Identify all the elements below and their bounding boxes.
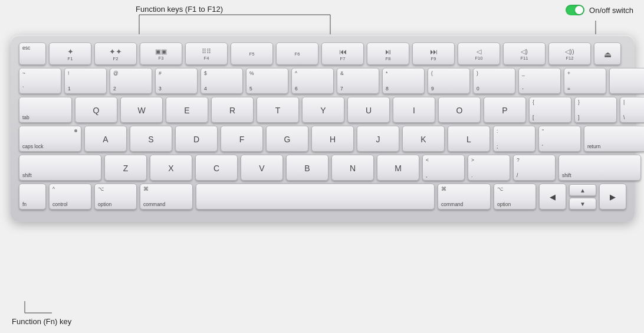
key-equals[interactable]: + = xyxy=(564,68,606,94)
fn-key-label: Function (Fn) key xyxy=(12,317,71,326)
key-5[interactable]: % 5 xyxy=(246,68,288,94)
key-o[interactable]: O xyxy=(438,97,481,123)
key-return[interactable]: return xyxy=(584,126,644,152)
key-t[interactable]: T xyxy=(257,97,299,123)
key-esc[interactable]: esc xyxy=(19,43,46,65)
key-e[interactable]: E xyxy=(166,97,208,123)
key-arrow-up[interactable]: ▲ xyxy=(569,184,596,196)
onoff-switch[interactable] xyxy=(566,5,584,15)
key-m[interactable]: M xyxy=(377,155,419,181)
key-n[interactable]: N xyxy=(331,155,374,181)
key-0[interactable]: ) 0 xyxy=(473,68,515,94)
key-z[interactable]: Z xyxy=(104,155,147,181)
key-f3[interactable]: ▣▣ F3 xyxy=(140,43,182,65)
key-quote[interactable]: " ' xyxy=(538,126,581,152)
row-qwerty: tab Q W E R T Y U I O P { [ } ] | \ xyxy=(19,97,626,123)
key-6[interactable]: ^ 6 xyxy=(291,68,334,94)
function-keys-label: Function keys (F1 to F12) xyxy=(136,5,223,14)
key-c[interactable]: C xyxy=(195,155,238,181)
row-asdf: caps lock A S D F G H J K L : ; " ' retu… xyxy=(19,126,626,152)
key-open-bracket[interactable]: { [ xyxy=(529,97,571,123)
key-a[interactable]: A xyxy=(84,126,127,152)
key-backslash[interactable]: | \ xyxy=(620,97,644,123)
key-arrow-down[interactable]: ▼ xyxy=(569,198,596,210)
key-f5[interactable]: F5 xyxy=(231,43,273,65)
key-4[interactable]: $ 4 xyxy=(201,68,243,94)
key-7[interactable]: & 7 xyxy=(337,68,379,94)
key-f11[interactable]: ◁) F11 xyxy=(503,43,546,65)
key-f[interactable]: F xyxy=(221,126,263,152)
key-semicolon[interactable]: : ; xyxy=(493,126,535,152)
row-bottom: fn ^ control ⌥ option ⌘ command ⌘ comman… xyxy=(19,184,626,210)
key-tab[interactable]: tab xyxy=(19,97,72,123)
key-f4[interactable]: ⠿⠿ F4 xyxy=(185,43,228,65)
arrow-up-down: ▲ ▼ xyxy=(569,184,596,210)
key-r[interactable]: R xyxy=(211,97,254,123)
key-f6[interactable]: F6 xyxy=(276,43,318,65)
key-h[interactable]: H xyxy=(311,126,354,152)
key-option-left[interactable]: ⌥ option xyxy=(94,184,137,210)
row-numbers: ~ ` ! 1 @ 2 # 3 $ 4 % 5 ^ 6 & 7 xyxy=(19,68,626,94)
key-s[interactable]: S xyxy=(130,126,172,152)
key-tilde[interactable]: ~ ` xyxy=(19,68,61,94)
key-i[interactable]: I xyxy=(393,97,435,123)
key-v[interactable]: V xyxy=(241,155,283,181)
key-f7[interactable]: ⏮ F7 xyxy=(321,43,364,65)
key-arrow-left[interactable]: ◀ xyxy=(539,184,566,210)
key-shift-left[interactable]: shift xyxy=(19,155,101,181)
key-command-left[interactable]: ⌘ command xyxy=(140,184,193,210)
key-shift-right[interactable]: shift xyxy=(558,155,641,181)
key-f2[interactable]: ✦✦ F2 xyxy=(94,43,137,65)
key-x[interactable]: X xyxy=(150,155,192,181)
key-f12[interactable]: ◁)) F12 xyxy=(548,43,591,65)
key-u[interactable]: U xyxy=(347,97,390,123)
key-fn[interactable]: fn xyxy=(19,184,46,210)
key-command-right[interactable]: ⌘ command xyxy=(438,184,491,210)
key-close-bracket[interactable]: } ] xyxy=(574,97,617,123)
key-control[interactable]: ^ control xyxy=(49,184,91,210)
key-comma[interactable]: < , xyxy=(422,155,465,181)
key-w[interactable]: W xyxy=(120,97,163,123)
key-3[interactable]: # 3 xyxy=(155,68,198,94)
key-slash[interactable]: ? / xyxy=(513,155,556,181)
key-eject[interactable]: ⏏ xyxy=(594,43,621,65)
switch-thumb xyxy=(575,6,583,14)
key-space[interactable] xyxy=(196,184,435,210)
row-zxcv: shift Z X C V B N M < , > . ? / shift xyxy=(19,155,626,181)
key-9[interactable]: ( 9 xyxy=(428,68,470,94)
key-f1[interactable]: ✦ F1 xyxy=(49,43,91,65)
key-f8[interactable]: ⏯ F8 xyxy=(367,43,409,65)
key-option-right[interactable]: ⌥ option xyxy=(494,184,536,210)
key-p[interactable]: P xyxy=(484,97,526,123)
key-minus[interactable]: _ - xyxy=(518,68,561,94)
key-1[interactable]: ! 1 xyxy=(64,68,107,94)
onoff-label-area: On/off switch xyxy=(566,5,633,15)
key-y[interactable]: Y xyxy=(302,97,344,123)
key-l[interactable]: L xyxy=(448,126,490,152)
key-q[interactable]: Q xyxy=(75,97,117,123)
key-caps-lock[interactable]: caps lock xyxy=(19,126,81,152)
key-8[interactable]: * 8 xyxy=(382,68,425,94)
arrow-key-group: ◀ ▲ ▼ ▶ xyxy=(539,184,626,210)
keyboard: esc ✦ F1 ✦✦ F2 ▣▣ F3 ⠿⠿ F4 F5 F6 ⏮ F7 ⏯ xyxy=(11,35,635,222)
key-b[interactable]: B xyxy=(286,155,328,181)
key-g[interactable]: G xyxy=(266,126,308,152)
key-d[interactable]: D xyxy=(175,126,218,152)
key-k[interactable]: K xyxy=(402,126,445,152)
key-arrow-right[interactable]: ▶ xyxy=(599,184,626,210)
key-f9[interactable]: ⏭ F9 xyxy=(412,43,455,65)
key-j[interactable]: J xyxy=(357,126,399,152)
row-function: esc ✦ F1 ✦✦ F2 ▣▣ F3 ⠿⠿ F4 F5 F6 ⏮ F7 ⏯ xyxy=(19,43,626,65)
key-f10[interactable]: ◁ F10 xyxy=(458,43,500,65)
key-period[interactable]: > . xyxy=(468,155,510,181)
key-2[interactable]: @ 2 xyxy=(110,68,152,94)
onoff-label: On/off switch xyxy=(589,6,633,15)
key-delete[interactable]: delete xyxy=(609,68,644,94)
